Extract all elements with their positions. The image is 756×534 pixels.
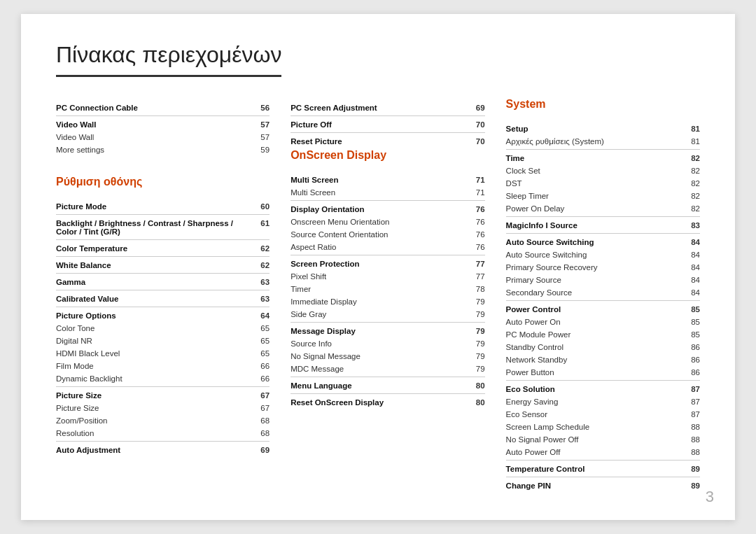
toc-label: MagicInfo I Source [506,221,679,230]
toc-num: 59 [248,146,270,154]
list-item: MDC Message79 [290,363,484,375]
toc-num: 68 [248,429,270,437]
toc-label: Dynamic Backlight [56,374,248,383]
toc-label: More settings [56,146,248,154]
toc-group-header: MagicInfo I Source83 [506,216,700,232]
toc-num: 64 [248,311,270,320]
toc-num: 81 [679,137,700,146]
toc-label: White Balance [56,261,248,269]
bottom-rows-left: Picture Mode60Backlight / Brightness / C… [56,198,270,456]
toc-label: Immediate Display [290,297,463,306]
list-item: Multi Screen71 [290,186,484,199]
toc-label: Film Mode [56,362,248,370]
list-item: Energy Saving87 [506,395,700,408]
toc-label: Onscreen Menu Orientation [290,218,463,226]
toc-label: Picture Off [290,120,463,129]
toc-num: 83 [679,221,700,230]
toc-num: 79 [464,339,485,348]
list-item: Sleep Timer82 [506,190,700,202]
list-item: Dynamic Backlight66 [56,372,270,385]
toc-label: Zoom/Position [56,416,248,425]
list-item: Immediate Display79 [290,295,484,308]
list-item: Primary Source84 [506,274,700,286]
toc-label: Menu Language [290,381,463,390]
toc-label: Temperature Control [506,465,679,473]
list-item: Auto Power On85 [506,316,700,328]
toc-label: Video Wall [56,133,248,141]
toc-label: Power Button [506,368,679,377]
list-item: White Balance62 [56,256,270,272]
list-item: Auto Adjustment69 [56,441,270,456]
toc-num: 86 [679,368,700,377]
toc-num: 84 [679,288,700,297]
toc-num: 79 [464,352,485,360]
list-item: Timer78 [290,283,484,295]
list-item: Side Gray79 [290,308,484,321]
toc-label: Picture Mode [56,202,248,211]
toc-label: Time [506,154,679,162]
toc-label: Power Control [506,305,679,314]
toc-label: Message Display [290,327,463,335]
toc-label: Resolution [56,429,248,437]
toc-num: 87 [679,398,700,406]
list-item: Resolution68 [56,427,270,440]
list-item: Primary Source Recovery84 [506,261,700,274]
list-item: More settings59 [56,143,270,156]
toc-group-header: Change PIN89 [506,477,700,492]
toc-label: Auto Power Off [506,448,679,456]
list-item: Pixel Shift77 [290,270,484,283]
toc-num: 63 [248,295,270,303]
toc-num: 76 [464,218,485,226]
page: Πίνακας περιεχομένων PC Connection Cable… [21,14,735,520]
toc-label: Gamma [56,278,248,286]
toc-label: Multi Screen [290,188,463,197]
toc-label: Picture Size [56,391,248,400]
toc-label: Reset Picture [290,137,463,146]
toc-num: 65 [248,324,270,332]
toc-group-header: Temperature Control89 [506,460,700,475]
toc-num: 82 [679,179,700,188]
list-item: Calibrated Value63 [56,290,270,305]
toc-num: 89 [679,465,700,473]
toc-num: 77 [464,260,485,268]
toc-num: 67 [248,404,270,412]
toc-label: Pixel Shift [290,272,463,281]
toc-label: PC Module Power [506,330,679,339]
toc-num: 65 [248,349,270,358]
toc-label: Picture Options [56,311,248,320]
list-item: Film Mode66 [56,360,270,372]
toc-num: 84 [679,263,700,272]
toc-label: Sleep Timer [506,192,679,200]
list-item: Auto Power Off88 [506,446,700,458]
list-item: Color Tone65 [56,322,270,335]
toc-label: Source Content Orientation [290,230,463,239]
list-item: Clock Set82 [506,164,700,177]
toc-num: 76 [464,205,485,213]
toc-num: 65 [248,337,270,345]
toc-label: Side Gray [290,310,463,318]
bottom-rows-mid: Multi Screen71Multi Screen71Display Orie… [290,171,484,409]
toc-num: 66 [248,374,270,383]
toc-label: PC Screen Adjustment [290,104,463,112]
toc-label: Auto Adjustment [56,446,248,454]
toc-num: 62 [248,244,270,253]
list-item: Picture Mode60 [56,198,270,213]
toc-num: 82 [679,154,700,162]
toc-group-header: Auto Source Switching84 [506,233,700,248]
list-item: Secondary Source84 [506,286,700,299]
toc-num: 82 [679,167,700,175]
toc-label: Aspect Ratio [290,243,463,251]
toc-label: Clock Set [506,167,679,175]
right-groups: Setup81Αρχικές ρυθμίσεις (System)81Time8… [506,120,700,492]
list-item: PC Connection Cable56 [56,99,270,114]
toc-label: Αρχικές ρυθμίσεις (System) [506,137,679,146]
list-item: Gamma63 [56,273,270,288]
toc-label: Screen Lamp Schedule [506,423,679,431]
list-item: Color Temperature62 [56,239,270,255]
list-item: Network Standby86 [506,353,700,366]
toc-num: 76 [464,230,485,239]
toc-num: 85 [679,318,700,326]
col-right: System Setup81Αρχικές ρυθμίσεις (System)… [506,98,700,492]
toc-label: Multi Screen [290,176,463,184]
list-item: Power Button86 [506,366,700,379]
